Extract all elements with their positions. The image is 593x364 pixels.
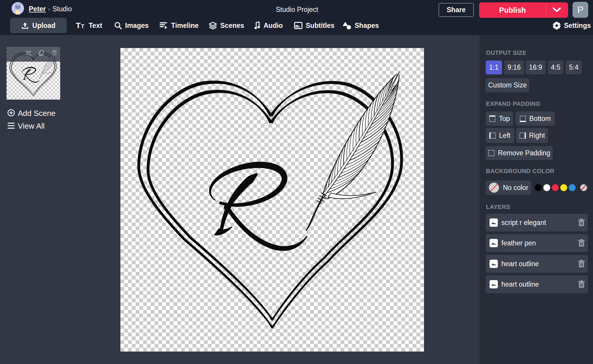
svg-text:T: T bbox=[76, 22, 81, 29]
svg-text:T: T bbox=[81, 23, 85, 29]
